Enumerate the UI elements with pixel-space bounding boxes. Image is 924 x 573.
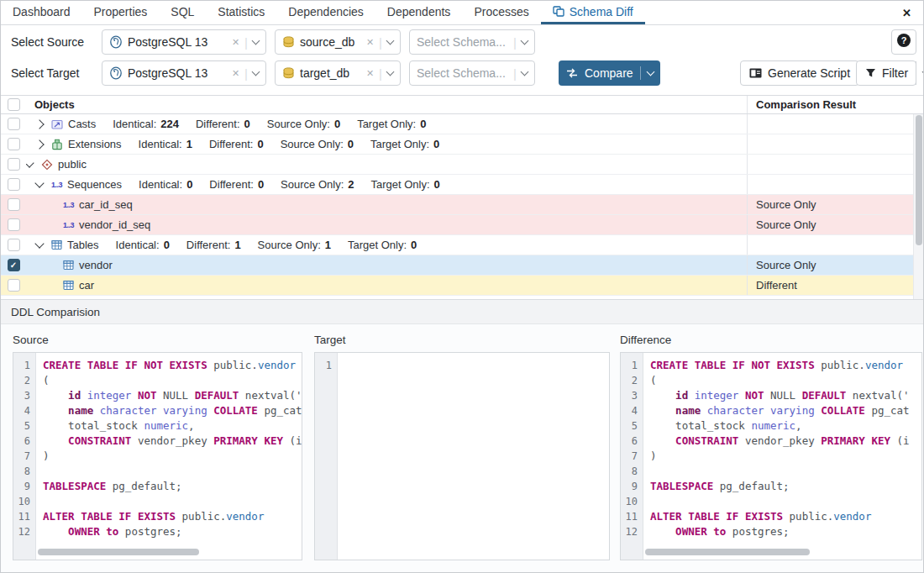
close-icon[interactable]: ✕	[902, 7, 911, 19]
source-server-select[interactable]: PostgreSQL 13 ✕ |	[102, 29, 266, 55]
object-row-vendor_id_seq[interactable]: 1..3vendor_id_seqSource Only	[1, 215, 923, 235]
code-line: CREATE TABLE IF NOT EXISTS public.vendor	[43, 358, 302, 373]
result-column-header: Comparison Result	[747, 96, 913, 113]
tables-icon	[63, 260, 74, 271]
tab-schema-diff[interactable]: Schema Diff	[541, 1, 645, 24]
source-schema-select[interactable]: Select Schema... |	[409, 29, 535, 55]
chevron-down-icon[interactable]	[386, 37, 395, 45]
filter-label: Filter	[882, 66, 908, 80]
row-checkbox[interactable]	[8, 198, 20, 211]
chevron-down-icon[interactable]	[646, 68, 654, 76]
line-number: 3	[13, 388, 35, 403]
count-label: Target Only:	[370, 138, 429, 150]
tab-bar: Dashboard Properties SQL Statistics Depe…	[1, 1, 923, 25]
clear-icon[interactable]: ✕	[366, 68, 374, 79]
difference-code-editor[interactable]: 123456789101112 CREATE TABLE IF NOT EXIS…	[620, 352, 922, 560]
source-database-select[interactable]: source_db ✕ |	[275, 29, 401, 55]
row-checkbox[interactable]	[8, 218, 20, 231]
code-line: )	[650, 449, 921, 464]
tab-label: Dashboard	[13, 5, 71, 18]
source-panel-label: Source	[13, 334, 49, 346]
row-checkbox[interactable]	[8, 138, 20, 150]
chevron-down-icon[interactable]	[26, 158, 34, 167]
line-number: 4	[13, 403, 35, 418]
tables-icon	[63, 280, 74, 291]
row-checkbox[interactable]: ✓	[8, 259, 20, 271]
tab-statistics[interactable]: Statistics	[206, 1, 276, 24]
tab-dependents[interactable]: Dependents	[375, 1, 463, 24]
target-schema-select[interactable]: Select Schema... |	[409, 60, 535, 86]
filter-dropdown-toggle[interactable]	[916, 61, 924, 85]
code-line: ALTER TABLE IF EXISTS public.vendor	[650, 509, 921, 524]
clear-icon[interactable]: ✕	[232, 37, 239, 48]
line-number: 1	[315, 358, 337, 373]
code-line: TABLESPACE pg_default;	[43, 479, 302, 494]
object-row-public[interactable]: public	[1, 155, 923, 175]
chevron-down-icon[interactable]	[34, 178, 44, 187]
tab-properties[interactable]: Properties	[82, 1, 160, 24]
code-line	[650, 494, 921, 509]
chevron-down-icon[interactable]	[521, 37, 529, 45]
tab-label: Schema Diff	[570, 5, 633, 18]
target-database-select[interactable]: target_db ✕ |	[275, 60, 401, 86]
chevron-right-icon[interactable]	[34, 139, 44, 149]
tab-label: Dependencies	[288, 5, 364, 18]
target-code-editor[interactable]: 1	[314, 352, 610, 560]
object-row-Casts[interactable]: CastsIdentical:224Different:0Source Only…	[1, 114, 923, 134]
tab-dependencies[interactable]: Dependencies	[276, 1, 375, 24]
line-number: 5	[13, 418, 35, 434]
horizontal-scrollbar[interactable]	[38, 549, 199, 555]
row-checkbox[interactable]	[8, 279, 20, 292]
object-label: vendor_id_seq	[79, 218, 150, 231]
line-number: 11	[13, 509, 35, 524]
clear-icon[interactable]: ✕	[366, 37, 374, 48]
extensions-icon	[51, 139, 63, 150]
code-line: (	[43, 373, 302, 388]
line-number: 12	[621, 524, 643, 539]
tab-dashboard[interactable]: Dashboard	[1, 1, 82, 24]
object-row-car[interactable]: carDifferent	[1, 276, 923, 296]
comparison-result: Source Only	[747, 195, 913, 214]
grid-vertical-scrollbar[interactable]	[913, 114, 923, 299]
object-row-vendor[interactable]: ✓vendorSource Only	[1, 255, 923, 276]
code-line	[43, 494, 302, 509]
clear-icon[interactable]: ✕	[232, 68, 239, 79]
chevron-down-icon[interactable]	[252, 37, 260, 45]
help-button[interactable]: ?	[891, 29, 916, 55]
separator: |	[244, 35, 248, 50]
separator: |	[244, 66, 248, 81]
row-checkbox[interactable]	[8, 239, 20, 251]
code-line: CONSTRAINT vendor_pkey PRIMARY KEY (i	[43, 434, 302, 449]
tab-sql[interactable]: SQL	[159, 1, 206, 24]
generate-script-button[interactable]: Generate Script	[740, 60, 859, 86]
schema-diff-icon	[553, 6, 564, 17]
object-row-Tables[interactable]: TablesIdentical:0Different:1Source Only:…	[1, 235, 923, 255]
object-row-car_id_seq[interactable]: 1..3car_id_seqSource Only	[1, 195, 923, 215]
line-number: 1	[621, 358, 643, 373]
chevron-down-icon[interactable]	[252, 68, 260, 76]
compare-button[interactable]: Compare	[559, 60, 660, 86]
row-checkbox[interactable]	[8, 118, 20, 130]
source-code-editor[interactable]: 123456789101112 CREATE TABLE IF NOT EXIS…	[13, 352, 302, 560]
comparison-grid: Objects Comparison Result CastsIdentical…	[1, 95, 923, 300]
horizontal-scrollbar[interactable]	[645, 549, 810, 555]
filter-button[interactable]: Filter	[856, 60, 916, 86]
row-checkbox[interactable]	[8, 158, 20, 171]
chevron-down-icon[interactable]	[34, 239, 44, 248]
row-checkbox[interactable]	[8, 178, 20, 191]
code-line: CONSTRAINT vendor_pkey PRIMARY KEY (i	[650, 434, 921, 449]
count-label: Different:	[209, 138, 254, 150]
chevron-down-icon[interactable]	[386, 68, 395, 76]
select-source-label: Select Source	[11, 35, 84, 49]
object-row-Sequences[interactable]: 1..3SequencesIdentical:0Different:0Sourc…	[1, 175, 923, 195]
line-number: 3	[621, 388, 643, 403]
chevron-down-icon[interactable]	[521, 68, 529, 76]
tab-processes[interactable]: Processes	[462, 1, 540, 24]
target-server-select[interactable]: PostgreSQL 13 ✕ |	[102, 60, 266, 86]
object-label: Casts	[68, 118, 96, 130]
scrollbar-thumb[interactable]	[916, 115, 922, 245]
object-row-Extensions[interactable]: ExtensionsIdentical:1Different:0Source O…	[1, 134, 923, 155]
chevron-right-icon[interactable]	[34, 119, 44, 129]
comparison-result: Different	[747, 276, 913, 295]
select-all-checkbox[interactable]	[8, 98, 20, 111]
